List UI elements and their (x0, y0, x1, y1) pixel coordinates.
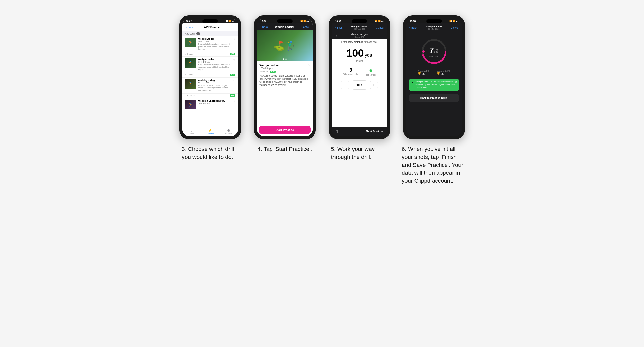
home-icon: ⌂ (190, 128, 192, 132)
caption-4: 4. Tap 'Start Practice'. (257, 145, 312, 153)
back-btn-5[interactable]: < Back (335, 26, 343, 29)
trophy-icon-prev: 🏆 (418, 72, 421, 75)
next-shot-bar: 🗑 Next Shot → (332, 127, 387, 136)
page-container: 13:02 📶 46 < Back AP (178, 15, 466, 185)
trash-icon[interactable]: 🗑 (335, 129, 339, 133)
shot-content: Enter carry distance for each shot 100 y… (332, 39, 387, 127)
back-btn-4[interactable]: < Back (260, 26, 268, 28)
tab-capture[interactable]: ⊕ Capture (219, 128, 238, 135)
step-4-col: 13:02 📶 🛜 46 < Back Wedge Ladder Cancel … (253, 15, 317, 153)
nav-title-3: APP Practice (204, 26, 221, 29)
nav-title-6: Wedge Ladder 06 Mar 2023 (426, 25, 442, 30)
success-toast: ✓ 'Wedge Ladder (100–140 yds)' was creat… (409, 79, 459, 91)
back-btn-6[interactable]: < Back (409, 26, 417, 29)
time-3: 13:02 (186, 20, 192, 22)
next-shot-btn[interactable]: Next Shot → (366, 130, 383, 133)
drill-thumb-4: 🏌️ (185, 100, 196, 109)
step-3-col: 13:02 📶 46 < Back AP (178, 15, 242, 161)
phone-6: 13:03 📶 🛜 46 < Back Wedge Ladder 06 Mar … (403, 15, 465, 139)
phone-3: 13:02 📶 46 < Back AP (179, 15, 241, 139)
pb-row: Previous PB 🏆 -/9 Last month PB 🏆 -/9 (406, 68, 462, 77)
drill-thumb-3: 🏌️ (185, 79, 196, 89)
menu-icon-3[interactable]: ☰ (232, 25, 235, 29)
clock-icon-1: ○ (185, 53, 186, 55)
clock-icon-detail: ○ (260, 71, 261, 73)
nav-bar-6: < Back Wedge Ladder 06 Mar 2023 Cancel (406, 23, 462, 32)
step-6-col: 13:03 📶 🛜 46 < Back Wedge Ladder 06 Mar … (402, 15, 466, 185)
nav-title-4: Wedge Ladder (275, 25, 295, 28)
star-3[interactable]: ☆ (233, 79, 235, 82)
toast-close-btn[interactable]: ✕ (455, 81, 457, 83)
status-icons-3: 📶 46 (225, 20, 234, 22)
hero-image: ⛳🏌️‍♂️ (257, 30, 313, 61)
capture-icon: ⊕ (227, 128, 230, 132)
score-circle-container: 7 /9 Total Score (406, 32, 462, 68)
back-to-drills-btn[interactable]: Back to Practice Drills (409, 94, 459, 102)
shot-input[interactable]: 103 (352, 80, 367, 90)
arrow-right-icon: → (381, 130, 384, 133)
drill-list: 🏌️ Wedge Ladder 50–100 yds Play 1 shot a… (182, 36, 238, 127)
star-2[interactable]: ☆ (233, 58, 235, 61)
drill-item-2[interactable]: 🏌️ Wedge Ladder 100–140 yds Play 1 shot … (182, 57, 238, 77)
phone-4: 13:02 📶 🛜 46 < Back Wedge Ladder Cancel … (254, 15, 316, 139)
prev-shot-arrow[interactable]: ← (335, 33, 339, 38)
phone-5: 13:03 📶 🛜 46 < Back Wedge Ladder 06 Mar … (329, 15, 390, 139)
drill-thumb-2: 🏌️ (185, 58, 196, 68)
increment-btn[interactable]: + (370, 81, 378, 89)
cancel-btn-4[interactable]: Cancel (301, 26, 309, 28)
section-label-3: Approach 7 (182, 31, 238, 36)
star-1[interactable]: ☆ (233, 38, 235, 40)
score-circle: 7 /9 Total Score (420, 37, 448, 66)
detail-content: Wedge Ladder 100–140 yds ☆ ○ 9 shots APP (257, 61, 313, 124)
caption-3: 3. Choose which drill you would like to … (182, 145, 239, 161)
step-5-col: 13:03 📶 🛜 46 < Back Wedge Ladder 06 Mar … (327, 15, 392, 161)
drill-thumb-1: 🏌️ (185, 38, 196, 47)
tab-activities[interactable]: ⚡ Activities (201, 128, 219, 135)
clock-icon-2: ○ (185, 74, 186, 76)
start-practice-btn[interactable]: Start Practice (259, 126, 311, 134)
input-row: − 103 + (332, 78, 387, 92)
dot-indicator (283, 58, 287, 60)
score-screen: 7 /9 Total Score Previous PB � (406, 32, 462, 136)
shot-stats: 3 Difference (yds) ● Hit Target (332, 65, 387, 78)
caption-6: 6. When you've hit all your shots, tap '… (402, 145, 466, 185)
instruction-text: Enter carry distance for each shot (332, 39, 387, 45)
star-detail[interactable]: ☆ (307, 64, 310, 67)
target-display: 100 yds Target (332, 45, 387, 65)
decrement-btn[interactable]: − (341, 81, 349, 89)
activities-icon: ⚡ (208, 128, 212, 132)
cancel-btn-6[interactable]: Cancel (451, 26, 458, 29)
next-shot-arrow[interactable]: → (380, 33, 384, 38)
check-icon: ✓ (411, 81, 414, 84)
nav-bar-3: < Back APP Practice ☰ (182, 23, 238, 31)
star-4[interactable]: ☆ (233, 100, 235, 103)
drill-detail: ⛳🏌️‍♂️ Wedge Ladder 100–140 yds (257, 30, 313, 136)
nav-title-5: Wedge Ladder 06 Mar 2023 (351, 25, 367, 30)
time-5: 13:03 (335, 20, 341, 22)
drill-item-1[interactable]: 🏌️ Wedge Ladder 50–100 yds Play 1 shot a… (182, 36, 238, 57)
back-btn-3[interactable]: < Back (186, 26, 193, 29)
drill-item-4[interactable]: 🏌️ Wedge & Short Iron Play 100–140 yds ☆ (182, 98, 238, 111)
time-6: 13:03 (410, 20, 416, 22)
nav-bar-4: < Back Wedge Ladder Cancel (257, 23, 313, 30)
time-4: 13:02 (261, 20, 267, 22)
tab-bar-3: ⌂ Home ⚡ Activities ⊕ Capture (182, 127, 238, 136)
shot-nav: ← Shot 1, 100 yds Score 5/9 → (332, 32, 387, 39)
nav-bar-5: < Back Wedge Ladder 06 Mar 2023 Cancel (332, 23, 387, 32)
tab-home[interactable]: ⌂ Home (182, 128, 201, 135)
shot-info: Shot 1, 100 yds Score 5/9 (351, 33, 368, 38)
trophy-icon-last: 🏆 (437, 72, 440, 75)
cancel-btn-5[interactable]: Cancel (376, 26, 384, 29)
svg-point-2 (422, 50, 425, 53)
drill-item-3[interactable]: 🏌️ Pitching String 55–100 yds Hit 1 shot… (182, 78, 238, 98)
clock-icon-3: ○ (185, 94, 186, 97)
signal-3 (225, 20, 228, 22)
caption-5: 5. Work your way through the drill. (331, 145, 388, 161)
